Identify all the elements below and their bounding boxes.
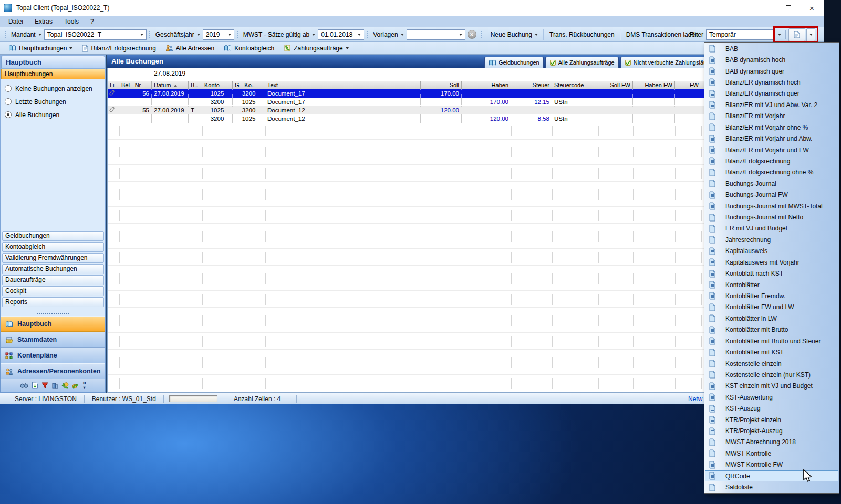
sidebar-item-validierung-fremdw-hrungen[interactable]: Validierung Fremdwährungen <box>2 253 104 263</box>
column-header-soll[interactable]: Soll <box>421 81 462 89</box>
column-header-li[interactable]: Li <box>108 81 119 89</box>
filter-combobox[interactable]: Temporär <box>706 29 775 40</box>
column-header-g-ko[interactable]: G - Ko.. <box>233 81 265 89</box>
nav-hauptbuch[interactable]: Hauptbuch <box>1 316 105 332</box>
column-header-steuer[interactable]: Steuer <box>511 81 552 89</box>
report-item-kontobl-tter-mit-kst[interactable]: Kontoblätter mit KST <box>705 346 838 358</box>
sidebar-item-cockpit[interactable]: Cockpit <box>2 286 104 296</box>
report-item-kontoblatt-nach-kst[interactable]: Kontoblatt nach KST <box>705 268 838 279</box>
geschaeftsjahr-label[interactable]: Geschäftsjahr <box>153 31 203 38</box>
column-header-soll-fw[interactable]: Soll FW <box>598 81 633 89</box>
tab-nicht-verbuchte-zahlungsl-ufe[interactable]: Nicht verbuchte Zahlungsläufe <box>620 57 716 68</box>
report-item-kapitalausweis-mit-vorjahr[interactable]: Kapitalausweis mit Vorjahr <box>705 257 838 268</box>
clear-vorlage-button[interactable]: ✕ <box>468 30 476 39</box>
trans-rueckbuchungen-button[interactable]: Trans. Rückbuchungen <box>544 29 620 40</box>
report-item-buchungs-journal[interactable]: Buchungs-Journal <box>705 178 838 189</box>
report-item-kostenstelle-einzeln[interactable]: Kostenstelle einzeln <box>705 358 838 369</box>
report-item-kapitalausweis[interactable]: Kapitalausweis <box>705 246 838 257</box>
menu-item-tools[interactable]: Tools <box>58 18 85 25</box>
report-item-bilanz-er-dynamisch-quer[interactable]: Bilanz/ER dynamisch quer <box>705 88 838 99</box>
report-item-bilanz-erfolgsrechnung[interactable]: Bilanz/Erfolgsrechnung <box>705 155 838 166</box>
geschaeftsjahr-combobox[interactable]: 2019 <box>203 29 234 40</box>
mandant-combobox[interactable]: Topal_ISO20022_T <box>44 29 147 40</box>
column-header-haben[interactable]: Haben <box>462 81 511 89</box>
column-header-text[interactable]: Text <box>265 81 421 89</box>
report-item-bilanz-erfolgsrechnung-ohne[interactable]: Bilanz/Erfolgsrechnung ohne % <box>705 167 838 178</box>
sidebar-item-hauptbuchungen[interactable]: Hauptbuchungen <box>1 69 105 79</box>
company-button[interactable] <box>51 382 58 389</box>
report-item-kst-auszug[interactable]: KST-Auszug <box>705 403 838 414</box>
binoculars-button[interactable] <box>20 382 28 388</box>
report-item-kst-auswertung[interactable]: KST-Auswertung <box>705 392 838 403</box>
sidebar-splitter[interactable] <box>1 312 105 316</box>
report-item-saldoliste[interactable]: Saldoliste <box>705 481 838 492</box>
vorlagen-combobox[interactable] <box>407 29 465 40</box>
report-item-bilanz-er-mit-vorjahr-ohne[interactable]: Bilanz/ER mit Vorjahr ohne % <box>705 122 838 133</box>
export-arrow-button[interactable] <box>72 382 79 389</box>
sidebar-item-reports[interactable]: Reports <box>2 297 104 307</box>
report-item-kst-einzeln-mit-vj-und-budget[interactable]: KST einzeln mit VJ und Budget <box>705 381 838 392</box>
sidebar-item-automatische-buchungen[interactable]: Automatische Buchungen <box>2 264 104 274</box>
report-item-bab-dynamisch-quer[interactable]: BAB dynamisch quer <box>705 66 838 77</box>
radio-alle-buchungen[interactable]: Alle Buchungen <box>5 108 105 121</box>
mandant-label[interactable]: Mandant <box>8 31 44 38</box>
report-item-mwst-kontrolle[interactable]: MWST Kontrolle <box>705 448 838 459</box>
report-item-kostenstelle-einzeln-nur-kst[interactable]: Kostenstelle einzeln (nur KST) <box>705 369 838 380</box>
print-preview-button[interactable] <box>32 382 38 389</box>
column-header-haben-fw[interactable]: Haben FW <box>633 81 675 89</box>
module-tab-bilanz-erfolgsrechnung[interactable]: Bilanz/Erfolgsrechnung <box>78 44 160 53</box>
report-item-ktr-projekt-einzeln[interactable]: KTR/Projekt einzeln <box>705 414 838 425</box>
tab-alle-zahlungsauftr-ge[interactable]: Alle Zahlungsaufträge <box>545 57 619 68</box>
tab-geldbuchungen[interactable]: Geldbuchungen <box>484 57 544 68</box>
report-item-kontobl-tter-in-lw[interactable]: Kontoblätter in LW <box>705 313 838 324</box>
report-item-kontobl-tter[interactable]: Kontoblätter <box>705 279 838 290</box>
report-item-bilanz-er-mit-vorjahr-und-abw[interactable]: Bilanz/ER mit Vorjahr und Abw. <box>705 133 838 144</box>
report-item-kontobl-tter-mit-brutto[interactable]: Kontoblätter mit Brutto <box>705 324 838 335</box>
column-header-bel-nr[interactable]: Bel - Nr <box>119 81 152 89</box>
nav-adressen-personenkonten[interactable]: Adressen/Personenkonten <box>1 363 105 379</box>
sidebar-item-geldbuchungen[interactable]: Geldbuchungen <box>2 231 104 241</box>
minimize-button[interactable] <box>753 0 776 16</box>
column-header-steuercode[interactable]: Steuercode <box>552 81 598 89</box>
close-button[interactable]: × <box>800 0 824 16</box>
report-item-buchungs-journal-mit-mwst-total[interactable]: Buchungs-Journal mit MWST-Total <box>705 201 838 212</box>
report-item-buchungs-journal-fw[interactable]: Buchungs-Journal FW <box>705 189 838 200</box>
radio-keine-buchungen-anzeigen[interactable]: Keine Buchungen anzeigen <box>5 82 105 95</box>
tray-overflow-button[interactable]: »▾ <box>82 380 86 391</box>
report-item-qrcode[interactable]: QRCode <box>705 470 838 481</box>
report-item-bab-dynamisch-hoch[interactable]: BAB dynamisch hoch <box>705 54 838 65</box>
menu-item-extras[interactable]: Extras <box>29 18 58 25</box>
menu-item-datei[interactable]: Datei <box>3 18 29 25</box>
report-item-buchungs-journal-mit-netto[interactable]: Buchungs-Journal mit Netto <box>705 212 838 223</box>
mwst-combobox[interactable]: 01.01.2018 <box>318 29 364 40</box>
status-link[interactable]: Netw <box>688 395 702 403</box>
neue-buchung-button[interactable]: Neue Buchung <box>485 29 544 40</box>
module-tab-alle-adressen[interactable]: Alle Adressen <box>161 44 219 53</box>
report-item-jahresrechnung[interactable]: Jahresrechnung <box>705 234 838 245</box>
column-header-b[interactable]: B.. <box>189 81 202 89</box>
report-item-bilanz-er-dynamisch-hoch[interactable]: Bilanz/ER dynamisch hoch <box>705 77 838 88</box>
report-item-bilanz-er-mit-vorjahr[interactable]: Bilanz/ER mit Vorjahr <box>705 111 838 122</box>
column-header-konto[interactable]: Konto <box>202 81 233 89</box>
report-item-ktr-projekt-auszug[interactable]: KTR/Projekt-Auszug <box>705 425 838 436</box>
module-tab-kontoabgleich[interactable]: Kontoabgleich <box>220 44 278 53</box>
report-item-bilanz-er-mit-vorjahr-und-fw[interactable]: Bilanz/ER mit Vorjahr und FW <box>705 144 838 155</box>
report-item-kontobl-tter-fremdw[interactable]: Kontoblätter Fremdw. <box>705 290 838 301</box>
menu-item-[interactable]: ? <box>85 18 100 25</box>
nav-kontenpl-ne[interactable]: Kontenpläne <box>1 348 105 363</box>
report-item-mwst-kontrolle-fw[interactable]: MWST Kontrolle FW <box>705 459 838 470</box>
filter-funnel-button[interactable] <box>41 382 48 388</box>
column-header-datum[interactable]: Datum <box>152 81 189 89</box>
module-tab-hauptbuchungen[interactable]: Hauptbuchungen <box>4 44 77 53</box>
report-item-er-mit-vj-und-budget[interactable]: ER mit VJ und Budget <box>705 223 838 234</box>
report-item-bab[interactable]: BAB <box>705 43 838 54</box>
report-item-kontobl-tter-fw-und-lw[interactable]: Kontoblätter FW und LW <box>705 302 838 313</box>
radio-letzte-buchungen[interactable]: Letzte Buchungen <box>5 95 105 108</box>
maximize-button[interactable] <box>776 0 800 16</box>
import-arrow-button[interactable] <box>61 382 69 389</box>
column-header-fw[interactable]: FW <box>675 81 701 89</box>
report-item-bilanz-er-mit-vj-und-abw-var-2[interactable]: Bilanz/ER mit VJ und Abw. Var. 2 <box>705 99 838 110</box>
sidebar-item-dauerauftr-ge[interactable]: Daueraufträge <box>2 275 104 285</box>
nav-stammdaten[interactable]: Stammdaten <box>1 332 105 348</box>
vorlagen-label[interactable]: Vorlagen <box>370 31 406 38</box>
